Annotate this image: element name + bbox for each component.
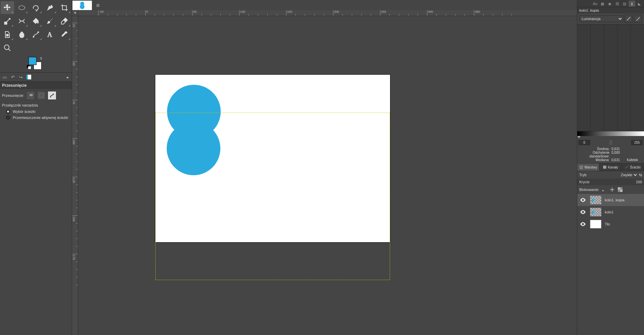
smudge-tool[interactable]	[15, 28, 28, 41]
fuzzy-select-tool[interactable]	[43, 1, 57, 14]
pick-path-radio[interactable]: Wybór ścieżki	[0, 109, 72, 115]
histogram-max-input[interactable]	[631, 140, 643, 145]
svg-rect-14	[606, 166, 606, 169]
visibility-eye-icon[interactable]	[579, 198, 587, 202]
horizontal-ruler[interactable]: -50050100150200250300350	[78, 10, 577, 16]
layer-row[interactable]: Tło	[577, 218, 644, 230]
blend-mode-select[interactable]: Zwykłe	[620, 173, 638, 177]
lock-pixels-icon[interactable]	[601, 187, 607, 193]
layer-name-label[interactable]: Tło	[605, 222, 610, 226]
move-mode-label: Przesunięcie:	[2, 93, 24, 97]
palettes-tab-icon[interactable]: ▧	[621, 1, 628, 7]
visibility-eye-icon[interactable]	[579, 210, 587, 214]
gradients-tab-icon[interactable]: ◉	[606, 1, 613, 7]
right-dock-tabs: Aα ▦ ◉ ⛓ ▧ ▮ ◣	[577, 0, 644, 7]
tool-options-tab[interactable]: ▭	[1, 74, 8, 80]
layers-list: kolo1. kopiakolo1Tło	[577, 194, 644, 335]
document-tab[interactable]	[72, 1, 92, 10]
warp-tool[interactable]	[15, 15, 28, 27]
pointer-tab-icon[interactable]: ◣	[636, 1, 643, 7]
svg-rect-13	[604, 166, 605, 169]
channels-tab[interactable]: Kanały	[599, 163, 622, 171]
svg-rect-2	[6, 34, 8, 36]
text-tool[interactable]: A	[43, 28, 57, 41]
layer-thumbnail	[590, 208, 601, 216]
shape-circle	[167, 85, 221, 138]
log-histogram-icon[interactable]	[634, 15, 642, 23]
dock-tab-row: ▭ ↶ ↪ ◂	[0, 72, 72, 82]
spinner-up-icon[interactable]	[609, 140, 612, 142]
layer-thumbnail	[590, 220, 601, 228]
move-layer-mode[interactable]	[26, 91, 35, 100]
ruler-origin[interactable]	[72, 10, 78, 16]
configure-tab-icon[interactable]: ◂	[64, 74, 70, 80]
linear-histogram-icon[interactable]	[625, 15, 633, 23]
layer-row[interactable]: kolo1	[577, 206, 644, 218]
histogram-channel-select[interactable]: Luminancja	[579, 15, 623, 22]
lock-label: Blokowanie:	[579, 188, 599, 192]
foreground-color[interactable]	[29, 57, 37, 65]
lock-position-icon[interactable]	[609, 187, 615, 193]
move-selection-mode[interactable]	[37, 91, 46, 100]
layer-thumbnail	[590, 196, 601, 204]
lock-alpha-icon[interactable]	[617, 187, 623, 193]
svg-rect-12	[603, 166, 604, 169]
svg-point-0	[19, 6, 25, 10]
svg-point-10	[50, 96, 51, 97]
svg-point-6	[4, 45, 9, 50]
close-tab-icon[interactable]: ⊠	[93, 1, 103, 10]
histogram-min-input[interactable]	[579, 140, 590, 145]
opacity-label: Krycie	[579, 180, 590, 184]
brushes-tab-icon[interactable]: Aα	[592, 1, 598, 7]
device-status-tab[interactable]: ↶	[9, 74, 16, 80]
blend-mode-label: Tryb	[579, 173, 587, 177]
vertical-ruler[interactable]: 255075100125150175	[72, 16, 78, 335]
layers-tab[interactable]: Warstwy	[577, 163, 599, 171]
undo-history-tab[interactable]: ↪	[17, 74, 24, 80]
tool-options-title: Przesunięcie	[0, 82, 72, 89]
tool-toggle-label: Przełącznik narzędzia	[0, 102, 72, 109]
eraser-tool[interactable]	[58, 15, 71, 27]
layer-name-label[interactable]: kolo1	[605, 210, 613, 214]
svg-rect-17	[620, 190, 623, 192]
svg-text:A: A	[47, 31, 52, 38]
canvas-viewport[interactable]	[78, 16, 577, 335]
crop-tool[interactable]	[58, 1, 71, 14]
document-tab-bar: ⊠	[72, 0, 577, 10]
canvas[interactable]	[155, 75, 390, 242]
svg-rect-9	[40, 94, 43, 97]
color-swatch: ⇄	[0, 56, 72, 72]
move-active-path-radio[interactable]: Przemieszczenie aktywnej ścieżki	[0, 115, 72, 121]
zoom-tool[interactable]	[1, 42, 14, 54]
svg-rect-16	[618, 187, 620, 190]
rotate-tool[interactable]	[1, 15, 14, 27]
histogram-tab-icon[interactable]: ▮	[629, 1, 635, 7]
toolbox: A	[0, 0, 72, 56]
bucket-fill-tool[interactable]	[29, 15, 43, 27]
patterns-tab-icon[interactable]: ▦	[599, 1, 606, 7]
paths-tab[interactable]: Ścieżki	[622, 163, 644, 171]
free-select-tool[interactable]	[29, 1, 43, 14]
color-picker-tool[interactable]	[58, 28, 71, 41]
histogram-display	[577, 24, 644, 131]
paintbrush-tool[interactable]	[43, 15, 57, 27]
swap-colors-icon[interactable]: ⇄	[39, 57, 43, 60]
fonts-tab-icon[interactable]: ⛓	[614, 1, 621, 7]
move-tool[interactable]	[1, 1, 14, 14]
layer-name-label[interactable]: kolo1. kopia	[605, 198, 625, 202]
default-colors-icon[interactable]	[27, 65, 30, 68]
images-tab[interactable]	[25, 74, 32, 80]
move-path-mode[interactable]	[48, 91, 56, 100]
clone-tool[interactable]	[1, 28, 14, 41]
ellipse-select-tool[interactable]	[15, 1, 28, 14]
visibility-eye-icon[interactable]	[579, 222, 587, 226]
opacity-value[interactable]: 100	[592, 180, 642, 184]
path-tool[interactable]	[29, 28, 43, 41]
svg-point-11	[53, 93, 54, 94]
svg-rect-8	[30, 94, 33, 96]
active-layer-name: kolo1. kopia	[577, 7, 644, 13]
layer-row[interactable]: kolo1. kopia	[577, 194, 644, 206]
histogram-stats: Średnia:0,631 Odchylenie standardowe:0,0…	[577, 146, 644, 163]
histogram-range-cursor[interactable]	[577, 136, 644, 139]
spinner-down-icon[interactable]	[609, 143, 612, 145]
